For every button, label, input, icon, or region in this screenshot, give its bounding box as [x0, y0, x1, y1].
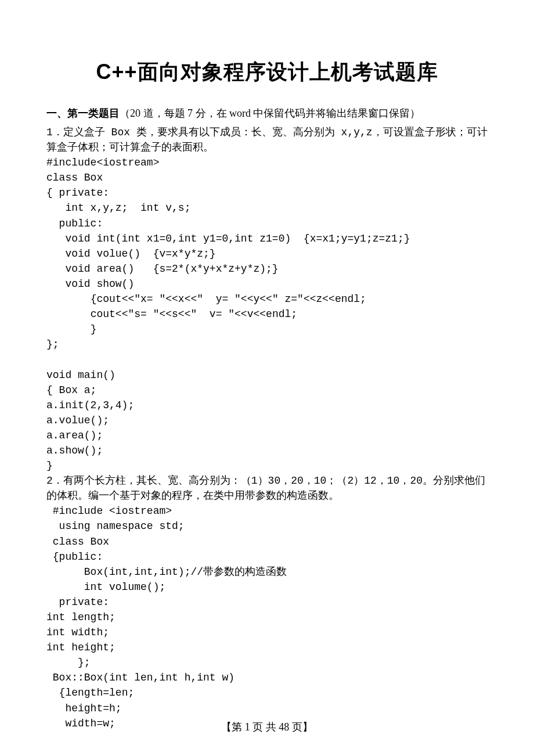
section-label: 一、第一类题目 [46, 107, 120, 119]
question-1-prompt: 1．定义盒子 Box 类，要求具有以下成员：长、宽、高分别为 x,y,z，可设置… [46, 125, 488, 155]
document-title: C++面向对象程序设计上机考试题库 [46, 58, 488, 87]
page: C++面向对象程序设计上机考试题库 一、第一类题目（20 道，每题 7 分，在 … [0, 0, 534, 756]
question-2-code: #include <iostream> using namespace std;… [46, 503, 488, 730]
section-note: （20 道，每题 7 分，在 word 中保留代码并将输出结果窗口保留） [120, 107, 421, 119]
page-footer: 【第 1 页 共 48 页】 [0, 720, 534, 734]
question-1-code: #include<iostream> class Box { private: … [46, 155, 488, 473]
question-2-prompt: 2．有两个长方柱，其长、宽、高分别为：（1）30，20，10；（2）12，10，… [46, 473, 488, 503]
section-header: 一、第一类题目（20 道，每题 7 分，在 word 中保留代码并将输出结果窗口… [46, 106, 488, 120]
